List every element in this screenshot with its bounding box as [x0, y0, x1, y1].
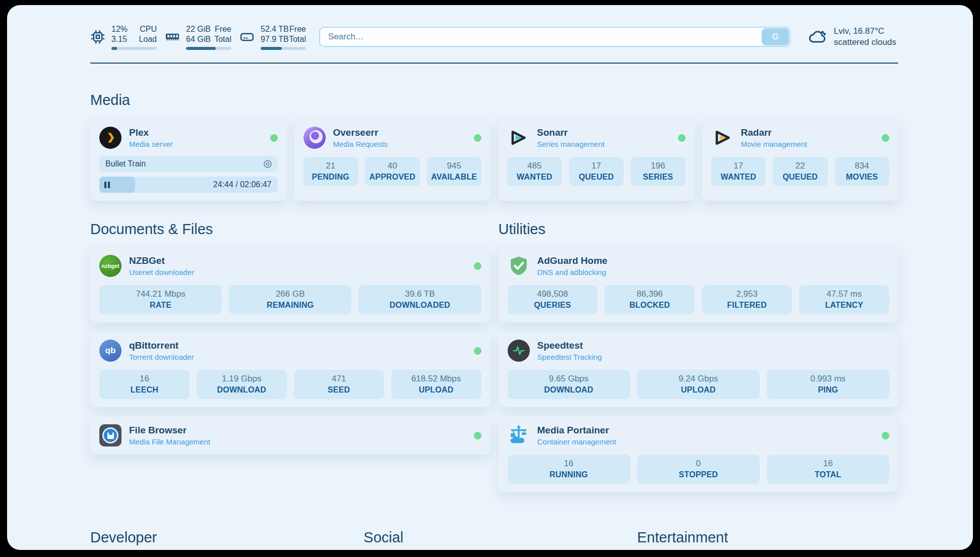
stat-label: UPLOAD — [393, 385, 479, 395]
disk-free-label: Free — [289, 24, 306, 34]
stat-value: 1.19 Gbps — [199, 374, 285, 384]
stat-label: MOVIES — [837, 173, 888, 182]
status-dot — [882, 432, 889, 439]
links-column-social: Social LI LinkedIn linkedin.com TW Twitt… — [363, 529, 625, 550]
sonarr-icon — [507, 127, 529, 149]
app-card-qbittorrent[interactable]: qb qBittorrent Torrent downloader 16 LEE… — [90, 331, 491, 407]
disk-icon — [239, 29, 255, 44]
stat-pill: 16 RUNNING — [508, 455, 630, 484]
stat-pill: 17 WANTED — [711, 157, 766, 186]
stat-pill: 9.24 Gbps UPLOAD — [637, 370, 760, 399]
cpu-icon — [90, 29, 105, 44]
top-bar: 12% 3.15 CPU Load — [90, 22, 898, 51]
status-dot — [474, 347, 481, 355]
stat-pill: 196 SERIES — [631, 157, 686, 186]
section-title-media: Media — [90, 92, 898, 108]
cpu-progress-bar — [111, 47, 157, 50]
stat-value: 86,396 — [606, 289, 693, 299]
status-dot — [474, 262, 481, 270]
stat-label: STOPPED — [639, 470, 758, 479]
stat-pill: 744.21 Mbps RATE — [99, 285, 222, 314]
cloud-icon — [808, 27, 828, 47]
cpu-load-label: Load — [139, 34, 157, 44]
stat-label: LATENCY — [801, 301, 887, 310]
app-subtitle: DNS and adblocking — [537, 268, 890, 276]
stat-label: AVAILABLE — [429, 173, 480, 182]
status-dot — [678, 134, 686, 142]
documents-column: Documents & Files nzbget NZBGet Usenet d… — [90, 221, 491, 492]
app-card-plex[interactable]: Plex Media server Bullet Train 24:44 / 0… — [90, 119, 287, 201]
stat-pill: 16 LEECH — [99, 370, 190, 399]
app-card-nzbget[interactable]: nzbget NZBGet Usenet downloader 744.21 M… — [90, 247, 491, 322]
radarr-icon — [711, 127, 733, 149]
speedtest-icon — [508, 340, 530, 362]
disk-total-label: Total — [289, 34, 306, 44]
ram-free-value: 22 GiB — [186, 24, 211, 34]
app-card-filebrowser[interactable]: File Browser Media File Management — [90, 416, 491, 455]
app-card-overseerr[interactable]: Overseerr Media Requests 21 PENDING 40 A… — [294, 119, 491, 201]
links-column-developer: Developer GH Github github.com SO StackO… — [90, 529, 351, 550]
stat-pill: 0.993 ms PING — [767, 370, 889, 399]
search-input[interactable] — [319, 27, 790, 47]
stat-value: 471 — [296, 374, 382, 384]
app-card-radarr[interactable]: Radarr Movie management 17 WANTED 22 QUE… — [702, 119, 899, 201]
stat-value: 0.993 ms — [769, 374, 887, 384]
search-engine-button[interactable]: G — [762, 28, 789, 45]
stat-value: 17 — [713, 161, 764, 171]
app-name: Media Portainer — [537, 425, 875, 436]
stat-pill: 618.52 Mbps UPLOAD — [391, 370, 481, 399]
now-playing: Bullet Train — [99, 156, 278, 172]
app-card-speedtest[interactable]: Speedtest Speedtest Tracking 9.65 Gbps D… — [499, 331, 899, 407]
playback-time: 24:44 / 02:06:47 — [213, 177, 272, 193]
ram-total-value: 64 GiB — [186, 34, 211, 44]
app-subtitle: Container management — [537, 437, 875, 446]
ram-stat: 22 GiB 64 GiB Free Total — [165, 24, 231, 50]
stat-pill: 86,396 BLOCKED — [604, 285, 695, 314]
stat-value: 16 — [510, 459, 628, 469]
stat-label: WANTED — [713, 173, 764, 182]
section-title-utilities: Utilities — [499, 221, 899, 238]
stat-value: 2,953 — [704, 289, 790, 299]
app-card-sonarr[interactable]: Sonarr Series management 485 WANTED 17 Q… — [498, 119, 695, 201]
section-title-entertainment: Entertainment — [637, 529, 898, 546]
app-card-portainer[interactable]: Media Portainer Container management 16 … — [499, 416, 899, 492]
media-grid: Plex Media server Bullet Train 24:44 / 0… — [90, 119, 898, 201]
stat-label: QUEUED — [571, 173, 622, 182]
stat-value: 21 — [305, 161, 356, 171]
system-stats: 12% 3.15 CPU Load — [90, 24, 306, 50]
stat-label: WANTED — [509, 173, 560, 182]
stat-pill: 40 APPROVED — [365, 157, 420, 186]
app-name: Plex — [129, 127, 263, 138]
stat-label: REMAINING — [231, 301, 349, 310]
stat-value: 9.24 Gbps — [639, 374, 758, 384]
stat-label: TOTAL — [769, 470, 887, 479]
stat-pill: 1.19 Gbps DOWNLOAD — [197, 370, 287, 399]
disc-icon — [263, 159, 273, 169]
app-subtitle: Movie management — [741, 140, 875, 148]
status-dot — [270, 134, 278, 142]
stat-label: FILTERED — [704, 301, 790, 310]
weather-widget[interactable]: Lviv, 16.87°C scattered clouds — [808, 26, 898, 48]
stat-pill: 39.6 TB DOWNLOADED — [358, 285, 481, 314]
stat-pill: 945 AVAILABLE — [427, 157, 482, 186]
stat-pill: 2,953 FILTERED — [702, 285, 792, 314]
section-title-developer: Developer — [90, 529, 351, 546]
ram-icon — [165, 29, 180, 44]
weather-location: Lviv, 16.87°C — [834, 26, 896, 37]
app-subtitle: Speedtest Tracking — [537, 353, 890, 361]
links-column-entertainment: Entertainment YT YouTube youtube.com NF … — [637, 529, 898, 550]
stat-label: DOWNLOAD — [199, 385, 285, 395]
stat-pill: 47.57 ms LATENCY — [799, 285, 889, 314]
playback-progress-bar[interactable]: 24:44 / 02:06:47 — [99, 177, 278, 193]
cpu-load-value: 3.15 — [111, 34, 128, 44]
app-subtitle: Media server — [129, 140, 263, 148]
overseerr-icon — [303, 127, 326, 149]
stat-label: PENDING — [305, 173, 356, 182]
stat-value: 834 — [837, 161, 888, 171]
cpu-usage-value: 12% — [111, 24, 128, 34]
ram-total-label: Total — [214, 34, 231, 44]
stat-label: UPLOAD — [639, 385, 758, 395]
app-card-adguard[interactable]: AdGuard Home DNS and adblocking 498,508 … — [499, 247, 899, 322]
app-name: qBittorrent — [129, 340, 466, 351]
stat-label: BLOCKED — [606, 301, 693, 310]
